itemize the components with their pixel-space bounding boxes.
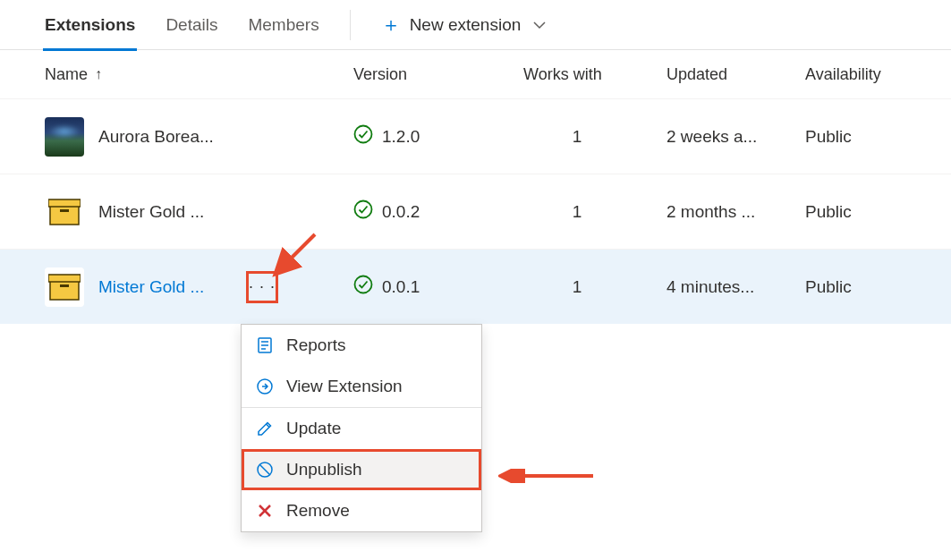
- version-cell: 0.0.1: [353, 275, 523, 299]
- more-actions-button[interactable]: · · ·: [246, 271, 278, 303]
- svg-point-4: [355, 201, 372, 218]
- version-text: 0.0.1: [382, 277, 420, 297]
- version-cell: 1.2.0: [353, 124, 523, 148]
- block-icon: [256, 461, 274, 479]
- column-updated[interactable]: Updated: [667, 65, 805, 84]
- availability-cell: Public: [805, 202, 951, 222]
- menu-item-remove[interactable]: Remove: [242, 490, 481, 531]
- column-name[interactable]: Name ↑: [45, 65, 353, 84]
- column-works-with[interactable]: Works with: [523, 65, 667, 84]
- new-extension-label: New extension: [410, 15, 522, 35]
- extension-icon: [45, 117, 84, 157]
- svg-rect-7: [60, 284, 69, 287]
- sort-ascending-icon: ↑: [95, 66, 102, 82]
- tab-members[interactable]: Members: [248, 0, 318, 50]
- name-cell: Mister Gold ...: [45, 192, 353, 232]
- extension-name[interactable]: Mister Gold ...: [98, 202, 204, 222]
- table-header: Name ↑ Version Works with Updated Availa…: [0, 50, 951, 98]
- availability-cell: Public: [805, 277, 951, 297]
- tab-details[interactable]: Details: [166, 0, 217, 50]
- menu-item-label: Reports: [286, 335, 346, 355]
- works-with-cell: 1: [523, 127, 667, 147]
- updated-cell: 2 months ...: [667, 202, 805, 222]
- updated-cell: 4 minutes...: [667, 277, 805, 297]
- verified-icon: [353, 275, 373, 299]
- name-cell: Mister Gold ...· · ·: [45, 267, 353, 307]
- report-icon: [256, 336, 274, 354]
- column-version[interactable]: Version: [353, 65, 523, 84]
- divider: [350, 10, 351, 40]
- svg-point-8: [355, 276, 372, 293]
- extension-icon: [45, 192, 84, 232]
- version-cell: 0.0.2: [353, 199, 523, 224]
- edit-icon: [256, 420, 274, 437]
- svg-rect-1: [50, 206, 79, 225]
- plus-icon: ＋: [381, 12, 401, 38]
- toolbar: Extensions Details Members ＋ New extensi…: [0, 0, 951, 50]
- svg-point-0: [355, 126, 372, 143]
- extension-name[interactable]: Aurora Borea...: [98, 127, 214, 147]
- svg-line-16: [260, 465, 270, 475]
- verified-icon: [353, 124, 373, 148]
- svg-rect-6: [48, 275, 81, 282]
- works-with-cell: 1: [523, 277, 667, 297]
- svg-rect-2: [48, 199, 81, 207]
- menu-item-label: Remove: [286, 501, 350, 521]
- tab-extensions[interactable]: Extensions: [45, 0, 135, 50]
- name-cell: Aurora Borea...: [45, 117, 353, 157]
- menu-item-label: View Extension: [286, 377, 403, 396]
- extension-name[interactable]: Mister Gold ...: [98, 277, 204, 297]
- menu-item-update[interactable]: Update: [242, 407, 481, 449]
- menu-item-label: Unpublish: [286, 460, 362, 479]
- table-row[interactable]: Aurora Borea...1.2.012 weeks a...Public: [0, 98, 951, 174]
- works-with-cell: 1: [523, 202, 667, 222]
- table-row[interactable]: Mister Gold ...· · ·0.0.114 minutes...Pu…: [0, 249, 951, 324]
- annotation-arrow: [498, 469, 597, 483]
- extension-icon: [45, 267, 84, 307]
- table-row[interactable]: Mister Gold ...0.0.212 months ...Public: [0, 174, 951, 249]
- column-availability[interactable]: Availability: [805, 65, 951, 84]
- verified-icon: [353, 199, 373, 224]
- svg-rect-3: [60, 209, 69, 212]
- version-text: 1.2.0: [382, 127, 420, 147]
- context-menu: ReportsView ExtensionUpdateUnpublishRemo…: [241, 324, 482, 532]
- menu-item-unpublish[interactable]: Unpublish: [242, 449, 481, 490]
- version-text: 0.0.2: [382, 202, 420, 222]
- chevron-down-icon[interactable]: [533, 18, 546, 32]
- svg-rect-5: [50, 281, 79, 300]
- menu-item-reports[interactable]: Reports: [242, 325, 481, 366]
- remove-icon: [256, 502, 274, 520]
- view-icon: [256, 378, 274, 395]
- new-extension-button[interactable]: ＋ New extension: [381, 12, 547, 38]
- menu-item-view-extension[interactable]: View Extension: [242, 366, 481, 407]
- availability-cell: Public: [805, 127, 951, 147]
- menu-item-label: Update: [286, 419, 341, 438]
- updated-cell: 2 weeks a...: [667, 127, 805, 147]
